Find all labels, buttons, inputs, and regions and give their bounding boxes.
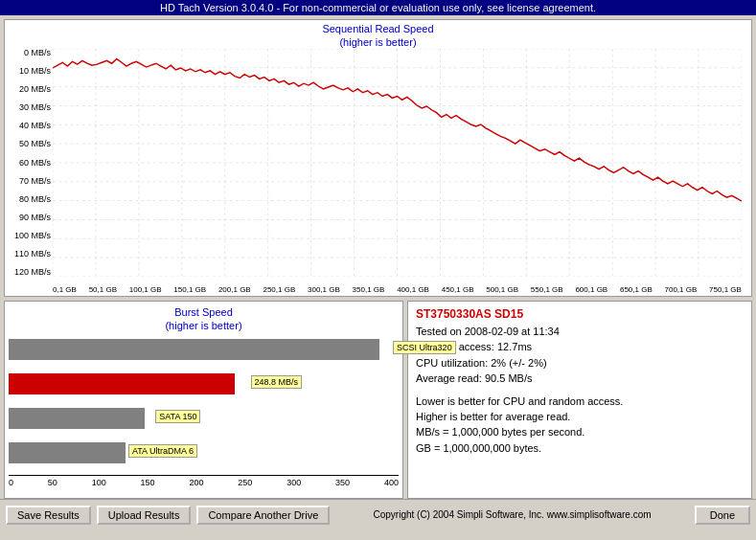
footer: Save Results Upload Results Compare Anot… (0, 499, 756, 529)
burst-chart-container: Burst Speed (higher is better) SCSI Ultr… (4, 301, 403, 499)
burst-chart-title: Burst Speed (higher is better) (9, 305, 399, 333)
burst-chart-area: SCSI Ultra320 248.8 MB/s SATA 150 (9, 337, 399, 490)
y-axis: 120 MB/s 110 MB/s 100 MB/s 90 MB/s 80 MB… (7, 49, 53, 277)
info-cpu: CPU utilization: 2% (+/- 2%) (416, 356, 744, 371)
bottom-section: Burst Speed (higher is better) SCSI Ultr… (4, 301, 752, 499)
upload-results-button[interactable]: Upload Results (97, 506, 192, 525)
info-note3: MB/s = 1,000,000 bytes per second. (416, 425, 744, 439)
seq-chart-svg-area (53, 49, 742, 277)
compare-another-drive-button[interactable]: Compare Another Drive (196, 506, 330, 525)
burst-bar-current: 248.8 MB/s (9, 371, 399, 396)
title-text: HD Tach Version 3.0.4.0 - For non-commer… (160, 2, 596, 13)
seq-chart-svg (53, 49, 742, 277)
info-note2: Higher is better for average read. (416, 410, 744, 424)
info-note1: Lower is better for CPU and random acces… (416, 394, 744, 409)
drive-title: ST3750330AS SD15 (416, 307, 744, 321)
info-random: Random access: 12.7ms (416, 340, 744, 354)
copyright-text: Copyright (C) 2004 Simpli Software, Inc.… (335, 509, 688, 520)
title-bar: HD Tach Version 3.0.4.0 - For non-commer… (0, 0, 756, 15)
burst-bar-ata: ATA UltraDMA 6 (9, 440, 399, 465)
info-note4: GB = 1,000,000,000 bytes. (416, 441, 744, 456)
info-panel: ST3750330AS SD15 Tested on 2008-02-09 at… (407, 301, 752, 499)
scsi-label: SCSI Ultra320 (393, 341, 456, 354)
x-axis: 0,1 GB 50,1 GB 100,1 GB 150,1 GB 200,1 G… (53, 285, 742, 294)
sata-label: SATA 150 (155, 410, 200, 423)
seq-chart-container: Sequential Read Speed (higher is better)… (4, 19, 752, 297)
info-avg-read: Average read: 90.5 MB/s (416, 371, 744, 386)
ata-label: ATA UltraDMA 6 (128, 444, 197, 458)
save-results-button[interactable]: Save Results (6, 506, 91, 525)
done-button[interactable]: Done (695, 506, 750, 525)
info-tested: Tested on 2008-02-09 at 11:34 (416, 325, 744, 339)
burst-bar-sata: SATA 150 (9, 406, 399, 431)
burst-bar-scsi: SCSI Ultra320 (9, 337, 399, 362)
burst-x-axis: 0 50 100 150 200 250 300 350 400 (9, 475, 399, 487)
seq-chart-title: Sequential Read Speed (higher is better) (5, 20, 751, 50)
current-label: 248.8 MB/s (251, 375, 303, 389)
